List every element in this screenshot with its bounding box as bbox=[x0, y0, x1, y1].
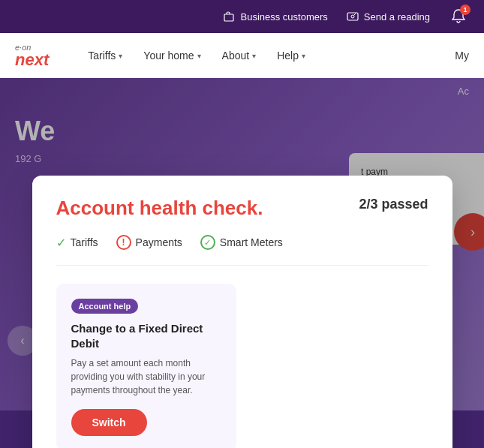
modal-title: Account health check. bbox=[56, 197, 263, 220]
hero-area: We 192 G Ac t paym payme ment is s after… bbox=[0, 78, 484, 448]
notification-bell[interactable]: 1 bbox=[448, 6, 469, 27]
suggestion-card: Account help Change to a Fixed Direct De… bbox=[56, 284, 236, 448]
send-reading-label: Send a reading bbox=[364, 11, 430, 23]
svg-point-2 bbox=[351, 15, 354, 18]
nav-your-home-label: Your home bbox=[143, 50, 194, 62]
modal-overlay: Account health check. 2/3 passed ✓ Tarif… bbox=[0, 78, 484, 448]
nav-tariffs-label: Tariffs bbox=[88, 50, 116, 62]
check-smart-meters: ✓ Smart Meters bbox=[200, 235, 283, 250]
briefcase-icon bbox=[222, 10, 236, 23]
main-navigation: e·on next Tariffs ▾ Your home ▾ About ▾ … bbox=[0, 33, 484, 78]
nav-tariffs[interactable]: Tariffs ▾ bbox=[79, 44, 131, 68]
svg-line-3 bbox=[354, 14, 356, 15]
check-pass-icon: ✓ bbox=[56, 236, 66, 250]
modal-header: Account health check. 2/3 passed bbox=[56, 197, 428, 220]
notification-count: 1 bbox=[460, 5, 470, 15]
chevron-down-icon: ▾ bbox=[302, 52, 305, 60]
nav-your-home[interactable]: Your home ▾ bbox=[134, 44, 209, 68]
svg-rect-0 bbox=[224, 14, 233, 21]
logo-next: next bbox=[15, 52, 49, 68]
check-smart-meters-label: Smart Meters bbox=[220, 236, 283, 248]
check-tariffs-label: Tariffs bbox=[71, 236, 98, 248]
suggestion-description: Pay a set amount each month providing yo… bbox=[71, 356, 221, 397]
check-payments-label: Payments bbox=[136, 236, 182, 248]
check-tariffs: ✓ Tariffs bbox=[56, 236, 98, 250]
suggestion-title: Change to a Fixed Direct Debit bbox=[71, 321, 221, 350]
chevron-down-icon: ▾ bbox=[252, 52, 256, 60]
modal-score: 2/3 passed bbox=[359, 197, 428, 212]
check-pass-circle-icon: ✓ bbox=[200, 235, 215, 250]
check-payments: ! Payments bbox=[116, 235, 182, 250]
check-warning-icon: ! bbox=[116, 235, 131, 250]
meter-icon bbox=[346, 10, 359, 23]
nav-about-label: About bbox=[222, 50, 250, 62]
nav-my-account[interactable]: My bbox=[455, 50, 469, 62]
chevron-down-icon: ▾ bbox=[119, 52, 122, 60]
nav-items: Tariffs ▾ Your home ▾ About ▾ Help ▾ My bbox=[79, 44, 469, 68]
nav-my-label: My bbox=[455, 50, 469, 62]
business-customers-link[interactable]: Business customers bbox=[222, 10, 327, 23]
send-reading-link[interactable]: Send a reading bbox=[346, 10, 430, 23]
eon-next-logo: e·on next bbox=[15, 44, 49, 68]
nav-help-label: Help bbox=[277, 50, 299, 62]
svg-rect-1 bbox=[347, 13, 358, 20]
suggestion-badge: Account help bbox=[71, 299, 139, 314]
nav-about[interactable]: About ▾ bbox=[213, 44, 266, 68]
top-utility-bar: Business customers Send a reading 1 bbox=[0, 0, 484, 33]
health-check-items: ✓ Tariffs ! Payments ✓ Smart Meters bbox=[56, 235, 428, 266]
nav-help[interactable]: Help ▾ bbox=[268, 44, 314, 68]
chevron-down-icon: ▾ bbox=[197, 52, 201, 60]
switch-button[interactable]: Switch bbox=[71, 409, 147, 436]
account-health-modal: Account health check. 2/3 passed ✓ Tarif… bbox=[32, 176, 452, 448]
business-customers-label: Business customers bbox=[240, 11, 327, 23]
